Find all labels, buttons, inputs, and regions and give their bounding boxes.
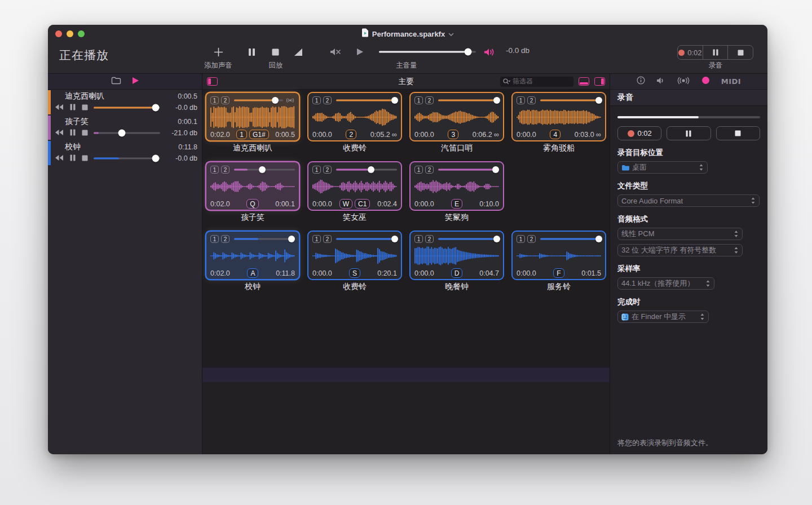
record-stop-button[interactable] (728, 46, 753, 59)
sound-pad[interactable]: 1 2 0:02.0 A 0:11.8 (205, 231, 300, 280)
pad-volume-slider[interactable] (336, 235, 397, 243)
pages-band[interactable] (202, 367, 610, 383)
pause-button[interactable] (70, 128, 76, 138)
rewind-button[interactable] (55, 128, 64, 138)
bank-2-badge[interactable]: 2 (425, 96, 434, 104)
pad-volume-slider[interactable] (438, 166, 499, 174)
key-badge[interactable]: D (451, 268, 463, 278)
select-dropdown[interactable]: 桌面 (617, 161, 708, 174)
sound-pad[interactable]: 1 2 0:00.0 D 0:04.7 (409, 231, 504, 280)
sound-volume-slider[interactable] (94, 129, 160, 137)
speaker-tab-icon[interactable] (656, 77, 665, 87)
stop-button[interactable] (82, 128, 88, 138)
add-sound-button[interactable] (209, 44, 227, 60)
bank-1-badge[interactable]: 1 (414, 96, 423, 104)
stop-button[interactable] (82, 153, 88, 163)
pad-volume-slider[interactable] (336, 96, 397, 104)
key-badge[interactable]: A (247, 268, 258, 278)
key-badge[interactable]: E (451, 199, 462, 209)
bank-2-badge[interactable]: 2 (323, 96, 332, 104)
key-badge[interactable]: G1# (249, 130, 269, 139)
pad-volume-slider[interactable] (234, 166, 295, 174)
key-badge[interactable]: F (553, 268, 564, 278)
record-pause-button[interactable] (703, 46, 728, 59)
fade-out-button[interactable] (289, 44, 307, 60)
bottom-panel-toggle-icon[interactable] (579, 77, 589, 86)
key-badge[interactable]: 3 (448, 130, 458, 139)
filter-search-input[interactable]: 筛选器 (500, 77, 573, 87)
sound-pad[interactable]: 1 2 0:00.0 F 0:01.5 (511, 231, 606, 280)
sound-volume-slider[interactable] (94, 154, 160, 162)
select-dropdown[interactable]: Core Audio Format (617, 194, 760, 207)
pad-volume-slider[interactable] (234, 96, 283, 104)
play-volume-icon[interactable] (351, 44, 369, 60)
bank-2-badge[interactable]: 2 (221, 235, 230, 243)
sound-pad[interactable]: 1 2 0:00.0 E 0:10.0 (409, 161, 504, 211)
pad-volume-slider[interactable] (540, 235, 601, 243)
right-panel-toggle-icon[interactable] (594, 77, 605, 86)
select-dropdown[interactable]: 32 位 大端字节序 有符号整数 (617, 244, 743, 256)
pause-button[interactable] (70, 103, 76, 113)
sidebar-toggle-icon[interactable] (207, 77, 218, 86)
select-dropdown[interactable]: 44.1 kHz（推荐使用） (617, 277, 714, 290)
bank-2-badge[interactable]: 2 (527, 235, 536, 243)
library-folder-icon[interactable] (111, 77, 121, 87)
midi-tab-icon[interactable]: MIDI (721, 77, 741, 86)
pad-volume-slider[interactable] (438, 235, 499, 243)
rewind-button[interactable] (55, 103, 64, 113)
key-badge[interactable]: 4 (550, 130, 561, 139)
mute-icon[interactable] (326, 44, 345, 60)
bank-1-badge[interactable]: 1 (517, 96, 525, 104)
key-badge[interactable]: S (349, 268, 360, 278)
stop-button[interactable] (82, 103, 88, 113)
sound-volume-slider[interactable] (94, 104, 160, 112)
bank-2-badge[interactable]: 2 (425, 166, 434, 174)
key-badge[interactable]: Q (246, 199, 258, 209)
pad-volume-slider[interactable] (234, 235, 295, 243)
key-badge[interactable]: 1 (236, 130, 247, 139)
bank-2-badge[interactable]: 2 (527, 96, 536, 104)
select-dropdown[interactable]: 线性 PCM (617, 228, 743, 240)
bank-1-badge[interactable]: 1 (312, 235, 321, 243)
record-button[interactable]: 0:02 (678, 46, 703, 59)
key-badge[interactable]: W (339, 199, 352, 209)
master-volume-slider[interactable] (379, 50, 476, 54)
key-badge[interactable]: 2 (346, 130, 356, 139)
pause-button[interactable] (70, 153, 76, 163)
sound-pad[interactable]: 1 2 0:00.0 2 0:05.2 ∞ (307, 92, 402, 141)
sound-pad[interactable]: 1 2 0:02.0 1G1# 0:00.5 (205, 92, 300, 141)
bank-1-badge[interactable]: 1 (210, 235, 219, 243)
panel-stop-button[interactable] (716, 126, 760, 140)
bank-2-badge[interactable]: 2 (221, 166, 230, 174)
rewind-button[interactable] (55, 153, 64, 163)
bank-1-badge[interactable]: 1 (210, 96, 219, 104)
info-tab-icon[interactable] (637, 76, 645, 87)
pause-all-button[interactable] (242, 44, 261, 60)
sound-pad[interactable]: 1 2 0:00.0 4 0:03.0 ∞ (511, 92, 606, 141)
pad-volume-slider[interactable] (438, 96, 499, 104)
stop-all-button[interactable] (266, 44, 284, 60)
bank-1-badge[interactable]: 1 (210, 166, 219, 174)
bank-2-badge[interactable]: 2 (221, 96, 230, 104)
panel-pause-button[interactable] (667, 126, 710, 140)
pad-volume-slider[interactable] (336, 166, 397, 174)
sound-pad[interactable]: 1 2 0:00.0 3 0:06.2 ∞ (409, 92, 504, 141)
bank-1-badge[interactable]: 1 (414, 235, 423, 243)
bank-1-badge[interactable]: 1 (414, 166, 423, 174)
speaker-loud-icon[interactable] (481, 44, 499, 60)
bank-1-badge[interactable]: 1 (312, 96, 321, 104)
sound-pad[interactable]: 1 2 0:00.0 WC1 0:02.4 (307, 161, 402, 211)
bank-2-badge[interactable]: 2 (425, 235, 434, 243)
bank-2-badge[interactable]: 2 (323, 166, 332, 174)
sound-pad[interactable]: 1 2 0:00.0 S 0:20.1 (307, 231, 402, 280)
select-dropdown[interactable]: 在 Finder 中显示 (617, 311, 709, 323)
now-playing-tab-icon[interactable] (131, 77, 139, 87)
panel-record-button[interactable]: 0:02 (617, 126, 661, 140)
sound-pad[interactable]: 1 2 0:02.0 Q 0:00.1 (205, 161, 300, 211)
title-chevron-icon[interactable] (448, 31, 454, 38)
record-tab-icon[interactable] (701, 76, 710, 87)
bank-2-badge[interactable]: 2 (323, 235, 332, 243)
key-badge[interactable]: C1 (355, 199, 370, 209)
bank-1-badge[interactable]: 1 (312, 166, 321, 174)
pad-volume-slider[interactable] (540, 96, 601, 104)
